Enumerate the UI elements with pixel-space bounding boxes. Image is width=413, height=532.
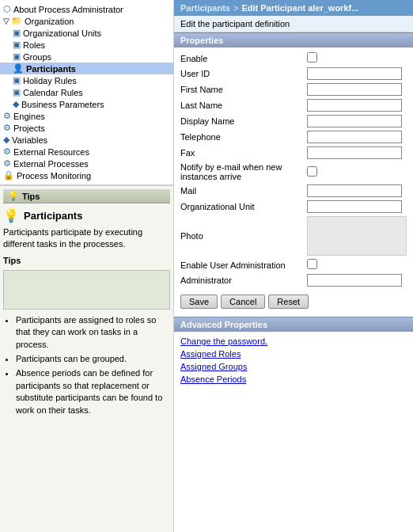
tips-label: Tips bbox=[3, 256, 170, 265]
prop-input-3[interactable] bbox=[307, 99, 402, 112]
prop-row-10: Photo bbox=[180, 215, 407, 257]
tree-icon-ext-resources: ⚙ bbox=[3, 146, 11, 157]
prop-input-12[interactable] bbox=[307, 274, 402, 287]
tree-item-organization[interactable]: ▽📁Organization bbox=[0, 15, 173, 27]
tips-header-icon: 💡 bbox=[8, 191, 19, 201]
prop-row-1: User ID bbox=[180, 66, 407, 82]
adv-link-1[interactable]: Assigned Roles bbox=[180, 348, 407, 360]
prop-value-5[interactable] bbox=[307, 131, 407, 143]
prop-value-10 bbox=[307, 216, 407, 256]
tree-label-org-units: Organizational Units bbox=[23, 28, 101, 38]
tree-item-projects[interactable]: ⚙Projects bbox=[0, 122, 173, 134]
prop-input-2[interactable] bbox=[307, 83, 402, 96]
prop-label-4: Display Name bbox=[180, 116, 307, 126]
reset-button[interactable]: Reset bbox=[268, 294, 309, 309]
tree-label-roles: Roles bbox=[23, 40, 45, 50]
prop-label-11: Enable User Administration bbox=[180, 260, 307, 270]
breadcrumb-current: Edit Participant aler_workf... bbox=[241, 3, 358, 13]
prop-row-8: Mail bbox=[180, 183, 407, 199]
tree-item-groups[interactable]: ▣Groups bbox=[0, 51, 173, 63]
tree-icon-variables: ◆ bbox=[3, 135, 9, 145]
tree-icon-proc-monitoring: 🔒 bbox=[3, 170, 14, 180]
tree-label-business-params: Business Parameters bbox=[21, 100, 104, 109]
tree-label-proc-monitoring: Process Monitoring bbox=[17, 171, 91, 180]
tree-label-projects: Projects bbox=[13, 124, 45, 133]
tree-item-participants[interactable]: 👤Participants bbox=[0, 63, 173, 74]
tree-label-groups: Groups bbox=[23, 52, 51, 62]
tree-item-ext-processes[interactable]: ⚙External Processes bbox=[0, 158, 173, 169]
tips-panel: 💡 Tips 💡 Participants Participants parti… bbox=[0, 185, 173, 532]
tree-icon-organization: 📁 bbox=[11, 16, 22, 26]
cancel-button[interactable]: Cancel bbox=[221, 294, 265, 309]
tips-title: Participants bbox=[24, 210, 82, 222]
prop-input-4[interactable] bbox=[307, 115, 402, 127]
prop-input-5[interactable] bbox=[307, 131, 402, 143]
tree-icon-groups: ▣ bbox=[13, 51, 21, 62]
tree-item-holiday-rules[interactable]: ▣Holiday Rules bbox=[0, 74, 173, 86]
prop-input-6[interactable] bbox=[307, 146, 402, 159]
advanced-links: Change the password.Assigned RolesAssign… bbox=[174, 332, 413, 389]
prop-value-7[interactable] bbox=[307, 166, 407, 178]
prop-row-11: Enable User Administration bbox=[180, 257, 407, 272]
prop-row-3: Last Name bbox=[180, 97, 407, 113]
tips-title-row: 💡 Participants bbox=[3, 208, 170, 223]
prop-label-1: User ID bbox=[180, 69, 307, 78]
tree-icon-calendar-rules: ▣ bbox=[13, 87, 21, 97]
prop-checkbox-0[interactable] bbox=[307, 52, 317, 63]
prop-value-11[interactable] bbox=[307, 259, 407, 271]
prop-value-6[interactable] bbox=[307, 146, 407, 159]
tree-icon-org-units: ▣ bbox=[13, 28, 21, 38]
tree-label-participants: Participants bbox=[26, 64, 76, 74]
prop-input-8[interactable] bbox=[307, 184, 402, 197]
tree-item-engines[interactable]: ⚙Engines bbox=[0, 110, 173, 122]
prop-value-9[interactable] bbox=[307, 200, 407, 213]
tree-item-ext-resources[interactable]: ⚙External Resources bbox=[0, 146, 173, 158]
properties-header: Properties bbox=[174, 32, 413, 48]
adv-link-2[interactable]: Assigned Groups bbox=[180, 360, 407, 373]
tree-item-variables[interactable]: ◆Variables bbox=[0, 134, 173, 146]
tree-label-organization: Organization bbox=[25, 17, 74, 26]
prop-label-9: Organizational Unit bbox=[180, 202, 307, 211]
edit-description: Edit the participant definition bbox=[174, 16, 413, 32]
adv-link-0[interactable]: Change the password. bbox=[180, 335, 407, 348]
prop-label-5: Telephone bbox=[180, 132, 307, 142]
tips-list: Participants are assigned to roles so th… bbox=[3, 314, 170, 416]
tree-item-org-units[interactable]: ▣Organizational Units bbox=[0, 27, 173, 39]
expand-icon-organization: ▽ bbox=[3, 17, 9, 25]
prop-label-2: First Name bbox=[180, 85, 307, 94]
tree-item-proc-monitoring[interactable]: 🔒Process Monitoring bbox=[0, 169, 173, 181]
right-panel: Participants > Edit Participant aler_wor… bbox=[174, 0, 413, 532]
prop-input-9[interactable] bbox=[307, 200, 402, 213]
prop-value-2[interactable] bbox=[307, 83, 407, 96]
save-button[interactable]: Save bbox=[180, 294, 218, 309]
prop-input-1[interactable] bbox=[307, 67, 402, 80]
advanced-header: Advanced Properties bbox=[174, 317, 413, 332]
prop-label-7: Notify by e-mail when new instances arri… bbox=[180, 162, 307, 181]
prop-value-0[interactable] bbox=[307, 52, 407, 64]
tree-icon-business-params: ◆ bbox=[13, 99, 19, 109]
prop-row-2: First Name bbox=[180, 82, 407, 97]
tips-bulb-icon: 💡 bbox=[3, 208, 19, 223]
tree-label-ext-resources: External Resources bbox=[13, 147, 89, 157]
prop-row-12: Administrator bbox=[180, 272, 407, 288]
tips-header-label: Tips bbox=[22, 192, 40, 201]
tree-icon-projects: ⚙ bbox=[3, 123, 11, 133]
prop-value-8[interactable] bbox=[307, 184, 407, 197]
buttons-row: Save Cancel Reset bbox=[174, 291, 413, 314]
tree-item-calendar-rules[interactable]: ▣Calendar Rules bbox=[0, 86, 173, 98]
prop-checkbox-7[interactable] bbox=[307, 166, 317, 177]
tree-item-business-params[interactable]: ◆Business Parameters bbox=[0, 98, 173, 110]
tree-item-about[interactable]: ⬡About Process Administrator bbox=[0, 3, 173, 15]
prop-label-6: Fax bbox=[180, 148, 307, 158]
prop-value-12[interactable] bbox=[307, 274, 407, 287]
prop-value-1[interactable] bbox=[307, 67, 407, 80]
adv-link-3[interactable]: Absence Periods bbox=[180, 373, 407, 386]
prop-checkbox-11[interactable] bbox=[307, 259, 317, 269]
tips-header: 💡 Tips bbox=[3, 189, 170, 203]
tree-item-roles[interactable]: ▣Roles bbox=[0, 39, 173, 51]
tree-label-calendar-rules: Calendar Rules bbox=[23, 88, 83, 97]
prop-value-4[interactable] bbox=[307, 115, 407, 127]
prop-value-3[interactable] bbox=[307, 99, 407, 112]
prop-label-3: Last Name bbox=[180, 101, 307, 110]
tree-label-ext-processes: External Processes bbox=[13, 159, 89, 169]
